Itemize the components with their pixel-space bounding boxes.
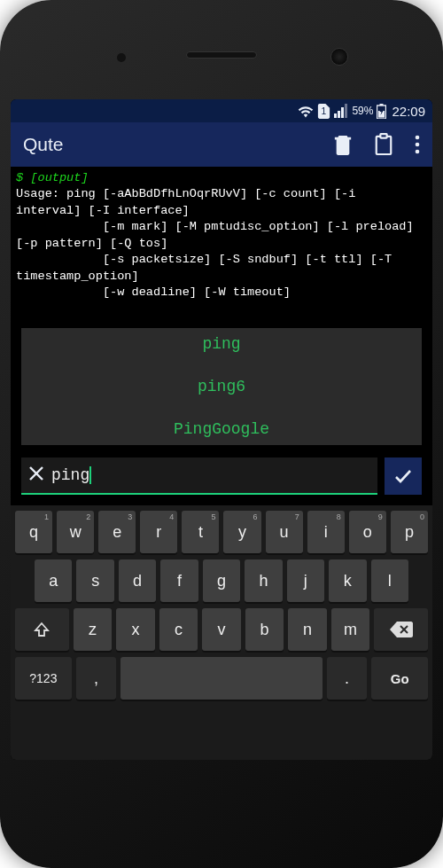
key-e[interactable]: e3 (98, 511, 136, 553)
sensor-dot (117, 53, 126, 62)
close-icon (28, 465, 44, 481)
speaker-grille (186, 51, 257, 59)
battery-icon (377, 104, 386, 119)
svg-rect-1 (334, 113, 337, 118)
svg-rect-8 (377, 137, 392, 154)
key-o[interactable]: o9 (349, 511, 386, 553)
sim-icon: 1 (317, 104, 330, 119)
delete-button[interactable] (323, 133, 363, 156)
key-l[interactable]: l (371, 559, 408, 602)
key-h[interactable]: h (245, 559, 282, 602)
period-key[interactable]: . (327, 657, 368, 700)
text-caret (89, 466, 91, 484)
key-n[interactable]: n (288, 608, 326, 651)
key-q[interactable]: q1 (15, 511, 52, 553)
svg-rect-9 (380, 134, 386, 138)
backspace-icon (390, 622, 413, 637)
key-k[interactable]: k (329, 559, 366, 602)
status-bar: 1 59% 22:09 (11, 99, 432, 122)
key-d[interactable]: d (119, 559, 156, 602)
key-t[interactable]: t5 (182, 511, 219, 553)
more-vert-icon (415, 135, 420, 154)
app-title: Qute (23, 134, 323, 155)
terminal-line: [-m mark] [-M pmtudisc_option] [-l prelo… (16, 220, 421, 249)
soft-keyboard: q1w2e3r4t5y6u7i8o9p0 asdfghjkl zxcvbnm ?… (11, 505, 432, 760)
key-w[interactable]: w2 (57, 511, 94, 553)
terminal-prompt: $ [output] (16, 171, 89, 184)
key-v[interactable]: v (202, 608, 240, 651)
command-input[interactable]: ping (21, 457, 377, 495)
app-bar: Qute (11, 122, 432, 167)
shift-icon (33, 621, 51, 638)
wifi-icon (298, 104, 314, 118)
go-key[interactable]: Go (371, 657, 428, 700)
phone-frame: 1 59% 22:09 Qute $ [output] Usage: ping … (0, 0, 443, 868)
key-u[interactable]: u7 (266, 511, 303, 553)
key-c[interactable]: c (159, 608, 198, 651)
key-i[interactable]: i8 (307, 511, 345, 553)
symbols-key[interactable]: ?123 (15, 657, 72, 700)
backspace-key[interactable] (374, 608, 428, 651)
svg-rect-2 (338, 111, 340, 118)
svg-text:1: 1 (322, 106, 327, 116)
battery-percent: 59% (352, 105, 373, 117)
submit-button[interactable] (385, 457, 422, 495)
svg-rect-3 (341, 107, 344, 118)
command-input-row: ping (21, 457, 422, 495)
trash-icon (333, 133, 353, 156)
phone-top (11, 11, 432, 99)
key-r[interactable]: r4 (140, 511, 177, 553)
comma-key[interactable]: , (76, 657, 117, 700)
key-g[interactable]: g (203, 559, 240, 602)
check-icon (392, 465, 414, 487)
key-a[interactable]: a (35, 559, 72, 602)
keyboard-row-2: asdfghjkl (15, 559, 428, 602)
svg-point-11 (416, 143, 420, 147)
shift-key[interactable] (15, 608, 69, 651)
key-b[interactable]: b (245, 608, 284, 651)
svg-rect-4 (345, 104, 347, 118)
suggestion-item[interactable]: ping6 (198, 378, 245, 395)
clock: 22:09 (392, 104, 425, 119)
key-y[interactable]: y6 (223, 511, 260, 553)
key-m[interactable]: m (331, 608, 369, 651)
suggestion-item[interactable]: ping (202, 335, 240, 353)
terminal-line: [-w deadline] [-W timeout] (16, 285, 291, 299)
key-f[interactable]: f (160, 559, 198, 602)
clipboard-icon (374, 133, 393, 156)
screen: 1 59% 22:09 Qute $ [output] Usage: ping … (11, 99, 432, 760)
svg-point-12 (416, 150, 420, 154)
terminal-output[interactable]: $ [output] Usage: ping [-aAbBdDfhLnOqrRU… (11, 167, 432, 328)
svg-point-10 (416, 136, 420, 140)
key-p[interactable]: p0 (391, 511, 428, 553)
key-x[interactable]: x (116, 608, 154, 651)
key-s[interactable]: s (76, 559, 113, 602)
terminal-line: [-s packetsize] [-S sndbuf] [-t ttl] [-T… (16, 253, 399, 282)
phone-chin (11, 760, 432, 822)
command-input-value: ping (51, 466, 89, 484)
paste-button[interactable] (363, 133, 404, 156)
overflow-button[interactable] (404, 135, 420, 154)
suggestion-panel: ping ping6 PingGoogle (21, 328, 422, 445)
keyboard-row-4: ?123 , . Go (15, 657, 428, 700)
keyboard-row-1: q1w2e3r4t5y6u7i8o9p0 (15, 511, 428, 553)
keyboard-row-3: zxcvbnm (15, 608, 428, 651)
signal-icon (334, 104, 348, 118)
terminal-line: Usage: ping [-aAbBdDfhLnOqrRUvV] [-c cou… (16, 187, 363, 216)
suggestion-item[interactable]: PingGoogle (174, 420, 269, 438)
key-j[interactable]: j (287, 559, 324, 602)
space-key[interactable] (120, 657, 323, 700)
key-z[interactable]: z (74, 608, 112, 651)
front-camera (330, 48, 348, 66)
clear-input-button[interactable] (28, 465, 51, 486)
